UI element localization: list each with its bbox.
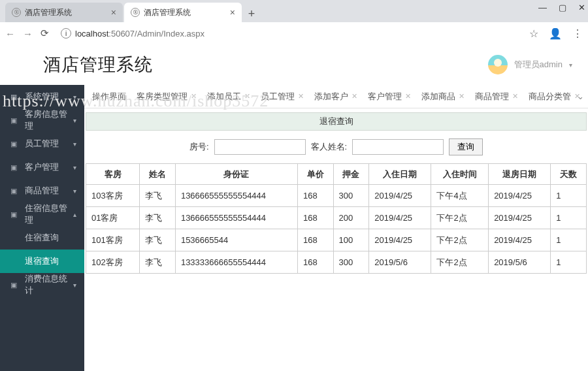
- url-text: localhost:50607/Admin/Index.aspx: [75, 29, 204, 39]
- column-header: 天数: [551, 164, 587, 185]
- tab-label: 添加员工: [207, 91, 241, 103]
- table-cell: 168: [297, 251, 333, 274]
- sidebar-item-label: 住宿信息管理: [25, 202, 75, 226]
- table-cell: 2019/4/25: [489, 229, 551, 251]
- toolbar-right: ☆ 👤 ⋮: [529, 27, 583, 40]
- browser-tab-1[interactable]: ⦿ 酒店管理系统 ×: [5, 3, 123, 22]
- sidebar-item-label: 系统管理: [25, 91, 59, 103]
- column-header: 客房: [86, 164, 140, 185]
- table-cell: 李飞: [140, 251, 176, 274]
- chevron-down-icon: ▾: [73, 93, 76, 101]
- menu-icon[interactable]: ⋮: [572, 27, 583, 40]
- chevron-down-icon: ▾: [73, 187, 76, 195]
- back-icon[interactable]: ←: [5, 28, 15, 39]
- close-icon[interactable]: ✕: [191, 92, 197, 101]
- chevron-down-icon: ▾: [73, 117, 76, 124]
- site-info-icon[interactable]: i: [61, 28, 71, 39]
- content-tab-5[interactable]: 客户管理✕: [363, 85, 416, 108]
- close-icon[interactable]: ✕: [405, 92, 411, 101]
- sidebar-item-商品管理[interactable]: ▣商品管理▾: [0, 179, 84, 202]
- table-cell: 2019/5/6: [489, 251, 551, 274]
- table-cell: 200: [333, 207, 369, 229]
- close-window-icon[interactable]: ✕: [578, 3, 585, 12]
- sidebar-item-label: 消费信息统计: [25, 273, 75, 297]
- column-header: 单价: [297, 164, 333, 185]
- chevron-down-icon: ▾: [73, 140, 76, 148]
- reload-icon[interactable]: ⟳: [41, 27, 49, 39]
- content-tab-3[interactable]: 员工管理✕: [255, 85, 309, 108]
- table-cell: 101客房: [86, 229, 140, 251]
- table-cell: 102客房: [86, 251, 140, 274]
- chevron-down-icon: ▾: [73, 164, 76, 171]
- table-cell: 下午2点: [431, 207, 489, 229]
- content-tab-7[interactable]: 商品管理✕: [470, 85, 523, 108]
- sidebar: ▦系统管理▾▣客房信息管理▾▣员工管理▾▣客户管理▾▣商品管理▾▣住宿信息管理▴…: [0, 85, 84, 371]
- tab-title: 酒店管理系统: [144, 7, 191, 18]
- table-cell: 1: [551, 251, 587, 274]
- table-cell: 133333666655554444: [175, 251, 297, 274]
- search-button[interactable]: 查询: [449, 138, 483, 155]
- sidebar-item-退宿查询[interactable]: 退宿查询: [0, 250, 84, 273]
- column-header: 姓名: [140, 164, 176, 185]
- new-tab-button[interactable]: +: [243, 5, 260, 22]
- star-icon[interactable]: ☆: [529, 27, 538, 40]
- table-cell: 01客房: [86, 207, 140, 229]
- sidebar-item-系统管理[interactable]: ▦系统管理▾: [0, 85, 84, 108]
- table-row: 01客房李飞1366665555555544441682002019/4/25下…: [86, 207, 587, 229]
- close-icon[interactable]: ✕: [512, 92, 518, 101]
- content-tab-2[interactable]: 添加员工✕: [202, 85, 255, 108]
- globe-icon: ⦿: [131, 8, 140, 17]
- table-cell: 136666555555554444: [175, 207, 297, 229]
- close-icon[interactable]: ×: [230, 7, 235, 18]
- forward-icon[interactable]: →: [23, 28, 33, 39]
- close-icon[interactable]: ✕: [244, 92, 250, 101]
- sidebar-item-员工管理[interactable]: ▣员工管理▾: [0, 132, 84, 155]
- maximize-icon[interactable]: ▢: [559, 3, 566, 12]
- chevron-down-icon: ▾: [569, 61, 572, 69]
- table-cell: 1: [551, 229, 587, 251]
- close-icon[interactable]: ✕: [298, 92, 304, 101]
- app-header: 酒店管理系统 管理员admin ▾: [0, 44, 588, 85]
- profile-icon[interactable]: 👤: [549, 27, 562, 40]
- user-menu[interactable]: 管理员admin ▾: [488, 55, 572, 74]
- content-tab-4[interactable]: 添加客户✕: [309, 85, 363, 108]
- panel-title: 退宿查询: [86, 112, 587, 131]
- content-tab-8[interactable]: 商品分类管✕: [523, 85, 585, 108]
- tab-label: 客房类型管理: [137, 91, 188, 103]
- tabs-overflow-icon[interactable]: ⌄: [577, 91, 584, 101]
- table-cell: 下午2点: [431, 229, 489, 251]
- sidebar-item-住宿信息管理[interactable]: ▣住宿信息管理▴: [0, 202, 84, 226]
- column-header: 退房日期: [489, 164, 551, 185]
- name-label: 客人姓名:: [311, 141, 348, 153]
- browser-tab-2[interactable]: ⦿ 酒店管理系统 ×: [124, 3, 242, 22]
- menu-icon: ▣: [9, 210, 18, 219]
- close-icon[interactable]: ✕: [459, 92, 465, 101]
- room-input[interactable]: [214, 139, 306, 155]
- minimize-icon[interactable]: —: [538, 3, 547, 12]
- room-label: 房号:: [189, 141, 209, 153]
- tab-label: 添加商品: [421, 91, 455, 103]
- sidebar-item-label: 退宿查询: [25, 255, 59, 267]
- menu-icon: ▦: [9, 93, 18, 101]
- table-row: 103客房李飞1366665555555544441683002019/4/25…: [86, 185, 587, 207]
- guest-name-input[interactable]: [352, 139, 444, 155]
- sidebar-item-客房信息管理[interactable]: ▣客房信息管理▾: [0, 108, 84, 132]
- avatar: [488, 55, 508, 74]
- sidebar-item-客户管理[interactable]: ▣客户管理▾: [0, 155, 84, 179]
- close-icon[interactable]: ✕: [351, 92, 357, 101]
- sidebar-item-住宿查询[interactable]: 住宿查询: [0, 226, 84, 250]
- column-header: 入住日期: [369, 164, 431, 185]
- sidebar-item-消费信息统计[interactable]: ▣消费信息统计▾: [0, 273, 84, 297]
- address-bar[interactable]: i localhost:50607/Admin/Index.aspx: [57, 25, 521, 42]
- content-tab-6[interactable]: 添加商品✕: [416, 85, 470, 108]
- menu-icon: ▣: [9, 187, 18, 195]
- content-tab-1[interactable]: 客房类型管理✕: [131, 85, 202, 108]
- tab-label: 员工管理: [261, 91, 295, 103]
- table-cell: 2019/4/25: [369, 185, 431, 207]
- table-cell: 下午2点: [431, 251, 489, 274]
- menu-icon: ▣: [9, 140, 18, 148]
- close-icon[interactable]: ×: [111, 7, 116, 18]
- sidebar-item-label: 客户管理: [25, 161, 59, 173]
- table-cell: 李飞: [140, 229, 176, 251]
- content-tab-0[interactable]: 操作界面: [87, 85, 131, 108]
